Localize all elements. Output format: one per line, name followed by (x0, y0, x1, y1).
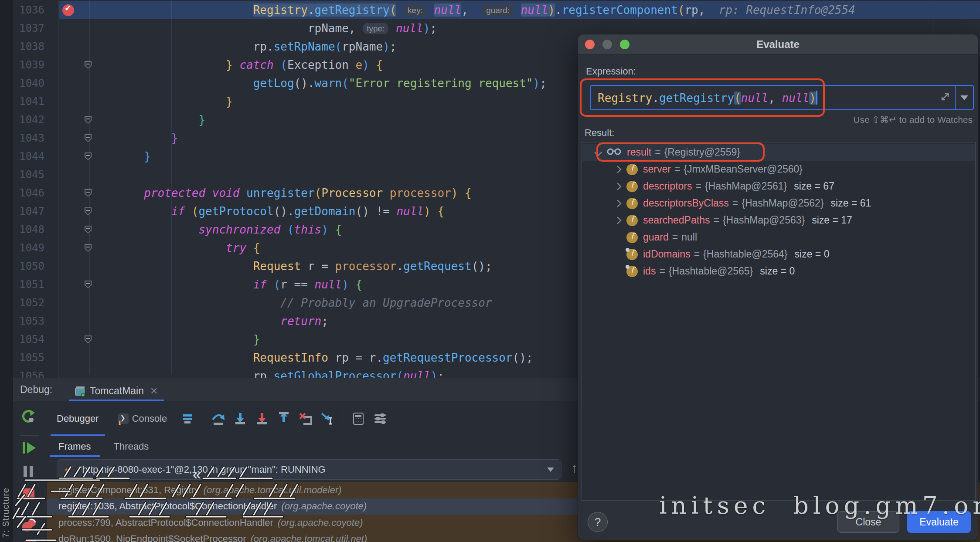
tree-node-idDomains[interactable]: idDomains={Hashtable@2564}size = 0 (582, 246, 975, 263)
editor-gutter[interactable]: 1036103710381039104010411042104310441045… (13, 0, 59, 378)
tab-debugger[interactable]: Debugger (47, 401, 109, 436)
line-number-1041: 1041 (13, 92, 44, 111)
expression-value: Registry.getRegistry(null, null) (591, 91, 936, 105)
line-number-1037: 1037 (13, 19, 44, 37)
code-line-1052: // Probably an UpgradeProcessor (89, 294, 492, 312)
result-tree[interactable]: result={Registry@2559}server={JmxMBeanSe… (582, 142, 976, 501)
line-number-1046: 1046 (13, 184, 44, 202)
code-line-1039: } catch (Exception e) { (89, 56, 383, 74)
field-icon (626, 215, 638, 226)
right-margin-guide (933, 0, 933, 34)
tree-node-descriptorsByClass[interactable]: descriptorsByClass={HashMap@2562}size = … (582, 195, 975, 212)
drop-frame-icon[interactable] (296, 409, 316, 429)
tree-node-server[interactable]: server={JmxMBeanServer@2560} (582, 161, 975, 178)
watch-glasses-icon (607, 146, 622, 158)
help-button[interactable]: ? (588, 512, 608, 532)
code-line-1048: synchronized (this) { (89, 220, 342, 239)
code-line-1055: RequestInfo rp = r.getRequestProcessor()… (89, 349, 533, 367)
chevron-right-icon[interactable] (614, 183, 622, 190)
tab-console[interactable]: Console (109, 401, 177, 436)
field-icon (626, 164, 638, 175)
force-step-into-icon[interactable] (252, 409, 272, 429)
stop-button[interactable] (20, 487, 39, 504)
line-number-1056: 1056 (13, 367, 44, 378)
expand-editor-icon[interactable] (936, 91, 955, 104)
code-line-1044: } (89, 147, 151, 166)
line-number-1038: 1038 (13, 37, 44, 56)
evaluate-button[interactable]: Evaluate (907, 511, 971, 533)
run-to-cursor-icon[interactable] (317, 409, 337, 429)
code-line-1038: rp.setRpName(rpName); (89, 37, 396, 56)
line-number-1051: 1051 (13, 275, 44, 294)
show-execution-point-icon[interactable] (177, 409, 197, 429)
close-button[interactable]: Close (837, 511, 899, 533)
debug-side-toolbar (13, 401, 47, 542)
code-line-1046: protected void unregister(Processor proc… (89, 184, 472, 202)
code-line-1050: Request r = processor.getRequest(); (89, 257, 492, 275)
line-number-1049: 1049 (13, 239, 44, 257)
evaluate-expression-icon[interactable] (348, 409, 368, 429)
line-number-1040: 1040 (13, 74, 44, 92)
tree-node-result[interactable]: result={Registry@2559} (582, 144, 975, 161)
evaluate-dialog: Evaluate Expression: Registry.getRegistr… (578, 34, 978, 540)
mute-breakpoints-button[interactable] (20, 537, 39, 542)
line-number-1052: 1052 (13, 294, 44, 312)
code-line-1049: try { (89, 239, 260, 257)
field-icon (626, 266, 638, 277)
breakpoint-icon[interactable] (62, 4, 74, 16)
resume-button[interactable] (20, 440, 39, 458)
chevron-right-icon[interactable] (614, 217, 622, 224)
line-number-1047: 1047 (13, 202, 44, 220)
chevron-right-icon[interactable] (614, 166, 622, 173)
line-number-1045: 1045 (13, 166, 44, 184)
structure-tool-button[interactable]: 7: Structure (1, 488, 11, 538)
focus-thread-button[interactable]: ↑ (571, 461, 578, 475)
watches-hint: Use ⇧⌘↵ to add to Watches (853, 115, 973, 125)
line-number-1036: 1036 (13, 1, 44, 19)
run-configuration-icon (75, 386, 85, 396)
settings-icon[interactable] (370, 409, 390, 429)
dialog-titlebar[interactable]: Evaluate (578, 34, 978, 54)
line-number-1044: 1044 (13, 147, 44, 166)
close-session-icon[interactable]: ✕ (150, 386, 158, 397)
ide-window: 1036103710381039104010411042104310441045… (0, 0, 980, 542)
code-line-1036: Registry.getRegistry( key: null, guard: … (89, 1, 855, 19)
field-icon (626, 181, 638, 192)
pause-button[interactable] (20, 464, 39, 481)
line-number-1054: 1054 (13, 330, 44, 349)
tab-frames[interactable]: Frames (47, 436, 102, 457)
console-icon (118, 413, 129, 424)
chevron-down-icon[interactable] (595, 149, 602, 156)
view-breakpoints-button[interactable] (20, 517, 39, 535)
rerun-button[interactable] (20, 409, 39, 427)
dropdown-caret-icon (547, 467, 554, 472)
tree-node-descriptors[interactable]: descriptors={HashMap@2561}size = 67 (582, 178, 975, 195)
code-line-1054: } (89, 330, 260, 349)
step-out-icon[interactable] (274, 409, 294, 429)
tree-node-searchedPaths[interactable]: searchedPaths={HashMap@2563}size = 17 (582, 212, 975, 229)
line-number-1053: 1053 (13, 312, 44, 330)
tab-threads[interactable]: Threads (102, 436, 160, 457)
code-line-1037: rpName, type: null); (89, 19, 437, 37)
code-line-1053: return; (89, 312, 328, 330)
expression-input[interactable]: Registry.getRegistry(null, null) (590, 85, 974, 110)
tree-node-ids[interactable]: ids={Hashtable@2565}size = 0 (582, 263, 975, 280)
thread-dropdown[interactable]: ✔ "http-nio-8080-exec-1"@2,130 in group … (57, 459, 561, 480)
tree-node-guard[interactable]: guard=null (582, 229, 975, 246)
debug-label: Debug: (20, 384, 52, 396)
line-number-1042: 1042 (13, 111, 44, 129)
expression-history-dropdown[interactable] (955, 86, 973, 109)
step-over-icon[interactable] (208, 409, 228, 429)
line-number-1048: 1048 (13, 220, 44, 239)
result-label: Result: (585, 127, 614, 139)
dialog-title: Evaluate (578, 38, 978, 51)
session-tab-tomcatmain[interactable]: TomcatMain ✕ (69, 381, 164, 401)
expression-label: Expression: (586, 66, 636, 77)
field-icon (626, 232, 638, 243)
step-into-icon[interactable] (230, 409, 250, 429)
line-number-1055: 1055 (13, 349, 44, 367)
code-line-1041: } (89, 92, 233, 111)
code-line-1051: if (r == null) { (89, 275, 362, 294)
line-number-1043: 1043 (13, 129, 44, 147)
chevron-right-icon[interactable] (614, 200, 622, 207)
